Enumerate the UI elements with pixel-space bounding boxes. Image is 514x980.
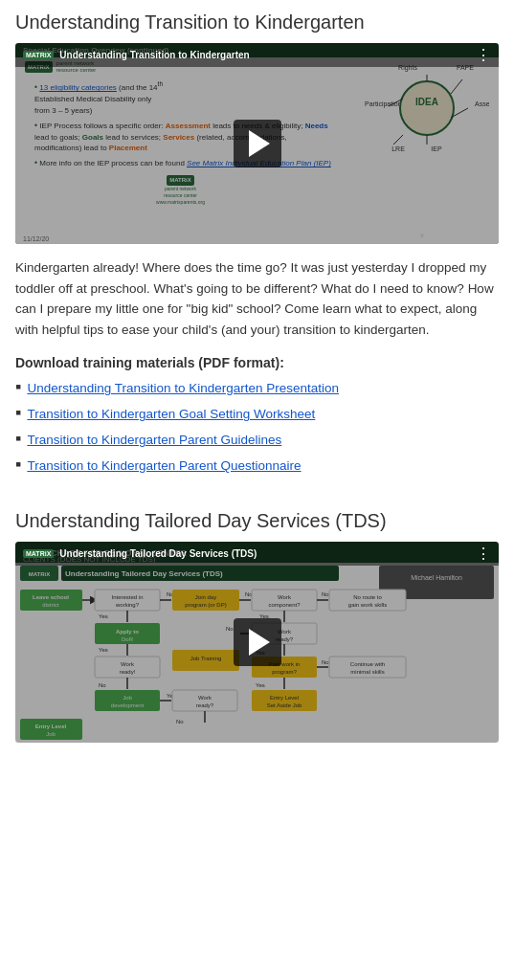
video-thumbnail-2: FLOW CHART FOR REGIONAL CENTER CLIENTS (… bbox=[15, 542, 499, 743]
bullet-icon-4: ▪ bbox=[15, 456, 21, 473]
list-item-2: ▪ Transition to Kindergarten Goal Settin… bbox=[15, 406, 499, 424]
video-top-bar-1: MATRiX Understanding Transition to Kinde… bbox=[15, 43, 499, 67]
list-item-1: ▪ Understanding Transition to Kindergart… bbox=[15, 380, 499, 398]
video-kindergarten[interactable]: Special Education Overview (continued) M… bbox=[15, 43, 499, 244]
video-overlay-1[interactable] bbox=[15, 43, 499, 244]
video-logo-1: MATRiX bbox=[23, 51, 54, 59]
video-title-1: Understanding Transition to Kindergarten bbox=[59, 50, 470, 60]
section-divider bbox=[15, 491, 499, 510]
play-button-2[interactable] bbox=[234, 618, 281, 666]
play-icon-1 bbox=[249, 130, 270, 157]
section-title-kindergarten: Understanding Transition to Kindergarten bbox=[15, 11, 499, 33]
list-item-3: ▪ Transition to Kindergarten Parent Guid… bbox=[15, 432, 499, 450]
download-link-1[interactable]: Understanding Transition to Kindergarten… bbox=[27, 380, 339, 398]
page-container: Understanding Transition to Kindergarten… bbox=[0, 0, 514, 754]
video-menu-1[interactable]: ⋮ bbox=[476, 46, 491, 64]
download-title: Download training materials (PDF format)… bbox=[15, 355, 499, 370]
video-tds[interactable]: FLOW CHART FOR REGIONAL CENTER CLIENTS (… bbox=[15, 542, 499, 743]
video-thumbnail-1: Special Education Overview (continued) M… bbox=[15, 43, 499, 244]
download-link-2[interactable]: Transition to Kindergarten Goal Setting … bbox=[27, 406, 315, 424]
bullet-icon-3: ▪ bbox=[15, 430, 21, 447]
download-link-4[interactable]: Transition to Kindergarten Parent Questi… bbox=[27, 457, 301, 476]
download-list: ▪ Understanding Transition to Kindergart… bbox=[15, 380, 499, 476]
section-title-tds: Understanding Tailored Day Services (TDS… bbox=[15, 510, 499, 532]
video-title-2: Understanding Tailored Day Services (TDS… bbox=[59, 548, 470, 559]
list-item-4: ▪ Transition to Kindergarten Parent Ques… bbox=[15, 457, 499, 476]
play-icon-2 bbox=[249, 629, 270, 656]
video-top-bar-2: MATRiX Understanding Tailored Day Servic… bbox=[15, 542, 499, 566]
download-link-3[interactable]: Transition to Kindergarten Parent Guidel… bbox=[27, 432, 281, 450]
download-section-kindergarten: Download training materials (PDF format)… bbox=[15, 355, 499, 476]
bullet-icon-2: ▪ bbox=[15, 404, 21, 421]
video-overlay-2[interactable] bbox=[15, 542, 499, 743]
kindergarten-description: Kindergarten already! Where does the tim… bbox=[15, 257, 499, 340]
bullet-icon-1: ▪ bbox=[15, 378, 21, 395]
video-logo-2: MATRiX bbox=[23, 549, 54, 558]
play-button-1[interactable] bbox=[234, 120, 281, 167]
video-menu-2[interactable]: ⋮ bbox=[476, 545, 491, 563]
